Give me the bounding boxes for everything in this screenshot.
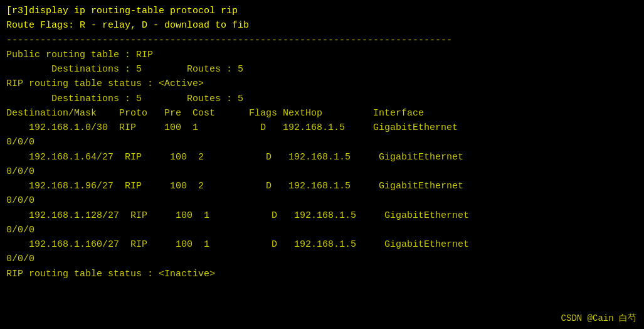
terminal-line: RIP routing table status : <Active>: [6, 77, 638, 91]
terminal-line: 0/0/0: [6, 135, 638, 149]
watermark: CSDN @Cain 白芍: [561, 313, 636, 324]
terminal-line: 192.168.1.160/27 RIP 100 1 D 192.168.1.5…: [6, 237, 638, 252]
terminal-line: Destination/Mask Proto Pre Cost Flags Ne…: [6, 106, 638, 121]
terminal-line: RIP routing table status : <Inactive>: [6, 267, 638, 281]
terminal-output: [r3]display ip routing-table protocol ri…: [6, 4, 638, 281]
terminal-line: ----------------------------------------…: [6, 33, 638, 48]
terminal-line: Route Flags: R - relay, D - download to …: [6, 18, 638, 33]
terminal-line: 192.168.1.128/27 RIP 100 1 D 192.168.1.5…: [6, 208, 638, 223]
terminal-line: Public routing table : RIP: [6, 48, 638, 62]
terminal-line: 192.168.1.64/27 RIP 100 2 D 192.168.1.5 …: [6, 150, 638, 164]
terminal-line: 0/0/0: [6, 164, 638, 179]
terminal-line: Destinations : 5 Routes : 5: [6, 92, 638, 106]
terminal-line: 192.168.1.96/27 RIP 100 2 D 192.168.1.5 …: [6, 179, 638, 193]
terminal-line: 0/0/0: [6, 193, 638, 208]
terminal-line: Destinations : 5 Routes : 5: [6, 62, 638, 77]
terminal-line: [r3]display ip routing-table protocol ri…: [6, 4, 638, 18]
terminal-line: 192.168.1.0/30 RIP 100 1 D 192.168.1.5 G…: [6, 121, 638, 135]
terminal-line: 0/0/0: [6, 252, 638, 266]
terminal-window: [r3]display ip routing-table protocol ri…: [0, 0, 644, 329]
terminal-line: 0/0/0: [6, 223, 638, 237]
